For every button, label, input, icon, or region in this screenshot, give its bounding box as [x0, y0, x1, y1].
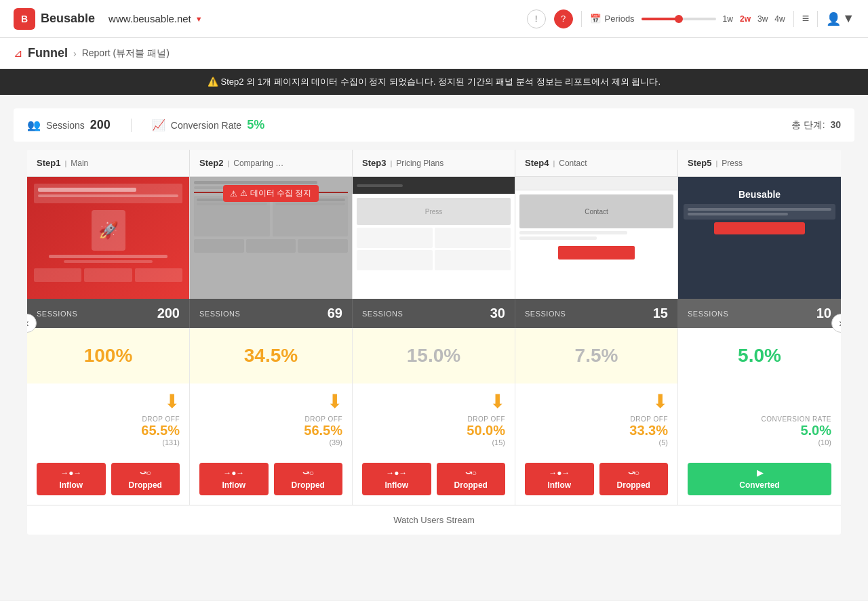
breadcrumb-separator: ›: [73, 48, 77, 59]
step5-conversion: CONVERSION RATE 5.0% (10): [678, 384, 841, 456]
stats-left: 👥 Sessions 200 📈 Conversion Rate 5%: [27, 118, 264, 132]
sessions-icon: 👥: [27, 119, 41, 131]
logo-icon: B: [14, 8, 35, 30]
funnel-panel: ‹ › Step1 | Main Step2 | Comparing … Ste…: [27, 150, 841, 535]
step4-header: Step4 | Contact: [515, 150, 678, 177]
warning-icon: ⚠: [230, 189, 237, 199]
site-url[interactable]: www.beusable.net ▼: [108, 13, 203, 24]
chart-icon: 📈: [152, 119, 165, 131]
divider: [581, 11, 582, 27]
step5-conversion-count: (10): [818, 438, 831, 447]
step1-buttons: →●→ Inflow ⤻○ Dropped: [27, 456, 190, 505]
step1-dropoff-label: DROP OFF: [142, 415, 180, 423]
period-3w[interactable]: 3w: [757, 14, 768, 24]
step1-inflow-button[interactable]: →●→ Inflow: [37, 463, 106, 495]
step4-dropoff-count: (5): [659, 438, 668, 447]
step2-warning-badge: ⚠ ⚠ 데이터 수집 정지: [223, 185, 318, 202]
warning-banner: ⚠️ Step2 외 1개 페이지의 데이터 수집이 정지 되었습니다. 정지된…: [0, 69, 868, 95]
step3-sessions: SESSIONS 30: [353, 299, 515, 328]
url-caret-icon: ▼: [195, 15, 203, 23]
step2-dropped-button[interactable]: ⤻○ Dropped: [274, 463, 343, 495]
step1-dropped-icon: ⤻○: [140, 468, 151, 478]
step2-inflow-button[interactable]: →●→ Inflow: [199, 463, 269, 495]
step1-inflow-icon: →●→: [60, 468, 81, 478]
step3-pct-value: 15.0%: [362, 345, 505, 367]
step5-conversion-pct: 5.0%: [800, 423, 831, 438]
page-title: Funnel: [28, 46, 68, 60]
watch-stream-label: Watch Users Stream: [393, 515, 474, 525]
step1-dropoff-count: (131): [162, 438, 180, 447]
step3-dropped-button[interactable]: ⤻○ Dropped: [437, 463, 506, 495]
list-view-icon[interactable]: ≡: [802, 12, 810, 26]
main-content: 👥 Sessions 200 📈 Conversion Rate 5% 총 단계…: [0, 95, 868, 600]
warning-text: ⚠️ Step2 외 1개 페이지의 데이터 수집이 정지 되었습니다. 정지된…: [208, 76, 660, 88]
step2-num: Step2: [199, 158, 223, 168]
breadcrumb: ⊿ Funnel › Report (뷰저블 패널): [0, 38, 868, 69]
step1-dropped-button[interactable]: ⤻○ Dropped: [111, 463, 180, 495]
logo: B Beusable: [14, 8, 95, 30]
step4-sessions-label: SESSIONS: [525, 310, 566, 318]
step3-dropped-icon: ⤻○: [465, 468, 477, 478]
step2-header: Step2 | Comparing …: [190, 150, 353, 177]
step5-header: Step5 | Press: [678, 150, 841, 177]
step3-sessions-label: SESSIONS: [362, 310, 403, 318]
step1-sessions-value: 200: [157, 306, 180, 321]
periods-control: 📅 Periods 1w 2w 3w 4w: [590, 14, 785, 24]
step3-buttons: →●→ Inflow ⤻○ Dropped: [353, 456, 515, 505]
step4-dropped-button[interactable]: ⤻○ Dropped: [599, 463, 669, 495]
step2-sessions-label: SESSIONS: [199, 310, 240, 318]
stat-separator: [131, 119, 132, 132]
step2-dropped-label: Dropped: [292, 480, 325, 490]
step4-num: Step4: [525, 158, 549, 168]
step4-dropped-icon: ⤻○: [628, 468, 639, 478]
step2-pct-value: 34.5%: [199, 345, 342, 367]
period-labels: 1w 2w 3w 4w: [723, 14, 785, 24]
step4-dropped-label: Dropped: [617, 480, 650, 490]
step2-inflow-label: Inflow: [222, 480, 245, 490]
period-2w[interactable]: 2w: [740, 14, 751, 24]
step2-sessions: SESSIONS 69: [190, 299, 353, 328]
sessions-stat: 👥 Sessions 200: [27, 118, 111, 132]
step3-inflow-button[interactable]: →●→ Inflow: [362, 463, 431, 495]
step2-dropoff-arrow-icon: ⬇: [327, 390, 342, 413]
button-row: →●→ Inflow ⤻○ Dropped →●→ Inflow ⤻○: [27, 456, 841, 505]
step3-inflow-icon: →●→: [386, 468, 407, 478]
step5-conversion-label: CONVERSION RATE: [762, 415, 831, 423]
step3-dropoff-count: (15): [492, 438, 505, 447]
total-value: 30: [830, 119, 841, 130]
step2-pct: 34.5%: [190, 328, 353, 384]
user-menu[interactable]: 👤 ▼: [826, 12, 854, 26]
step2-dropoff-pct: 56.5%: [304, 423, 342, 438]
step5-converted-button[interactable]: ▶ Converted: [688, 463, 831, 495]
help-icon-button[interactable]: ?: [554, 9, 573, 28]
step3-inflow-label: Inflow: [384, 480, 408, 490]
step2-dropoff-label: DROP OFF: [305, 415, 342, 423]
calendar-icon: 📅: [590, 14, 601, 24]
watch-users-stream[interactable]: Watch Users Stream: [27, 505, 841, 535]
step5-buttons: ▶ Converted: [678, 456, 841, 505]
step3-pct: 15.0%: [353, 328, 515, 384]
step2-sessions-value: 69: [328, 306, 342, 321]
conversion-label: Conversion Rate: [171, 120, 241, 131]
step2-dropoff: ⬇ DROP OFF 56.5% (39): [190, 384, 353, 456]
step1-inflow-label: Inflow: [59, 480, 83, 490]
breadcrumb-sub: Report (뷰저블 패널): [82, 47, 170, 60]
step5-sessions-label: SESSIONS: [688, 310, 728, 318]
step3-sessions-value: 30: [490, 306, 505, 321]
logo-text: Beusable: [41, 12, 95, 26]
conversion-stat: 📈 Conversion Rate 5%: [152, 118, 264, 132]
step4-pct: 7.5%: [515, 328, 678, 384]
step3-dropoff: ⬇ DROP OFF 50.0% (15): [353, 384, 515, 456]
period-4w[interactable]: 4w: [774, 14, 785, 24]
alert-icon-button[interactable]: !: [527, 9, 546, 28]
step2-buttons: →●→ Inflow ⤻○ Dropped: [190, 456, 353, 505]
step4-dropoff: ⬇ DROP OFF 33.3% (5): [515, 384, 678, 456]
header-right: ! ? 📅 Periods 1w 2w 3w 4w: [527, 9, 854, 28]
period-1w[interactable]: 1w: [723, 14, 733, 24]
step5-sessions: SESSIONS 10: [678, 299, 841, 328]
period-slider[interactable]: [639, 18, 719, 20]
conversion-value: 5%: [247, 118, 264, 132]
step1-dropped-label: Dropped: [129, 480, 162, 490]
step4-inflow-button[interactable]: →●→ Inflow: [525, 463, 594, 495]
divider3: [817, 11, 818, 27]
